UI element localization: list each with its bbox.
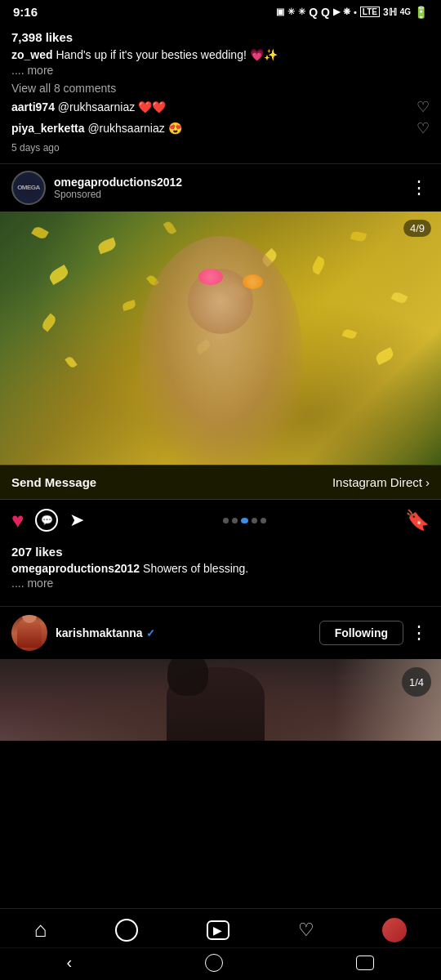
play-icon: ▶ <box>333 7 340 17</box>
network-icon: 4G <box>400 7 411 16</box>
dm-banner[interactable]: Send Message Instagram Direct › <box>0 465 441 500</box>
nav-icons-row: ⌂ ▶ ♡ <box>0 909 441 947</box>
sponsored-user-info: OMEGA omegaproductions2012 Sponsored <box>11 171 182 205</box>
post-actions-bar: ♥ 💬 ➤ 🔖 <box>0 500 441 541</box>
comment1-user[interactable]: aarti974 <box>11 100 55 114</box>
post2-caption-text: Showers of blessing. <box>143 562 248 575</box>
sponsored-more-button[interactable]: ⋮ <box>410 177 430 198</box>
nav-search-icon[interactable] <box>115 919 138 942</box>
comment1-row: aarti974 @rukhsaarniaz ❤️❤️ ♡ <box>11 98 430 116</box>
lte-icon: LTE <box>360 7 380 17</box>
like-button[interactable]: ♥ <box>11 508 24 533</box>
brightness-icon: ✳ <box>287 7 295 17</box>
post3-more-button[interactable]: ⋮ <box>410 622 430 644</box>
send-message-label[interactable]: Send Message <box>11 475 96 489</box>
comment2-user[interactable]: piya_kerketta <box>11 122 85 135</box>
chevron-right-icon: › <box>425 475 430 489</box>
comment2-like-icon[interactable]: ♡ <box>416 119 430 137</box>
post3-actions-right: Following ⋮ <box>319 621 430 645</box>
nav-home-icon[interactable]: ⌂ <box>34 917 47 942</box>
nav-square-icon[interactable] <box>356 956 374 970</box>
status-time: 9:16 <box>13 5 38 19</box>
verified-badge-icon: ✓ <box>146 627 155 639</box>
signal-icon: ✳ <box>298 7 305 17</box>
post3-username-block: karishmaktanna ✓ <box>56 626 155 639</box>
post1-timestamp: 5 days ago <box>11 142 430 154</box>
dot-icon: • <box>354 7 357 17</box>
search-icon-status: Q <box>309 6 318 19</box>
dot-1 <box>223 518 229 523</box>
sponsored-post-header: OMEGA omegaproductions2012 Sponsored ⋮ <box>0 164 441 212</box>
sponsored-username-block: omegaproductions2012 Sponsored <box>54 176 182 200</box>
instagram-direct-label[interactable]: Instagram Direct › <box>332 475 430 489</box>
dot-5 <box>261 518 266 523</box>
figure-head <box>167 659 208 696</box>
search-icon2-status: Q <box>321 6 330 19</box>
bookmark-button[interactable]: 🔖 <box>405 509 430 532</box>
dot-3-active <box>241 518 248 523</box>
status-bar: 9:16 ▣ ✳ ✳ Q Q ▶ ❋ • LTE 3ℍ 4G 🔋 <box>0 0 441 24</box>
view-comments-link[interactable]: View all 8 comments <box>11 82 430 95</box>
post2-more[interactable]: .... more <box>11 577 430 590</box>
nav-profile-avatar[interactable] <box>382 918 407 942</box>
instagram-direct-text: Instagram Direct <box>332 475 422 489</box>
karishma-avatar-inner <box>11 615 47 651</box>
nav-gesture-bar: ‹ <box>0 947 441 980</box>
image-counter: 4/9 <box>403 220 431 237</box>
post1-meta: 7,398 likes zo_wed Hand's up if it's you… <box>0 24 441 163</box>
post3-image: 1/4 <box>0 659 441 741</box>
post1-more[interactable]: .... more <box>11 64 430 77</box>
status-icons: ▣ ✳ ✳ Q Q ▶ ❋ • LTE 3ℍ 4G 🔋 <box>276 6 428 19</box>
post3-user-left: karishmaktanna ✓ <box>11 615 155 651</box>
dot-2 <box>232 518 238 523</box>
post3-image-counter: 1/4 <box>402 667 431 697</box>
comment1-body: @rukhsaarniaz ❤️❤️ <box>58 100 166 114</box>
sponsored-label: Sponsored <box>54 189 182 200</box>
bottom-nav: ⌂ ▶ ♡ ‹ <box>0 908 441 980</box>
post1-likes: 7,398 likes <box>11 30 430 44</box>
carousel-dots <box>223 518 266 523</box>
comment1-text: aarti974 @rukhsaarniaz ❤️❤️ <box>11 100 166 114</box>
comment-button[interactable]: 💬 <box>35 509 58 532</box>
post1-caption-text: Hand's up if it's your besties wedding! … <box>56 48 277 61</box>
post3-header: karishmaktanna ✓ Following ⋮ <box>0 607 441 659</box>
post1-caption: zo_wed Hand's up if it's your besties we… <box>11 47 430 64</box>
battery-full-icon: 🔋 <box>414 6 428 19</box>
nav-reels-icon[interactable]: ▶ <box>207 920 229 940</box>
flower2 <box>243 274 263 289</box>
spacer1 <box>0 596 441 606</box>
post2-meta: 207 likes omegaproductions2012 Showers o… <box>0 541 441 597</box>
battery-icon: ▣ <box>276 7 284 17</box>
post2-likes: 207 likes <box>11 545 430 559</box>
flower1 <box>198 269 223 285</box>
sponsored-avatar[interactable]: OMEGA <box>11 171 46 205</box>
post3-username[interactable]: karishmaktanna ✓ <box>56 626 155 639</box>
actions-left-group: ♥ 💬 ➤ <box>11 508 84 533</box>
comment2-body: @rukhsaarniaz 😍 <box>87 122 181 135</box>
nav-heart-icon[interactable]: ♡ <box>298 920 314 941</box>
comment2-row: piya_kerketta @rukhsaarniaz 😍 ♡ <box>11 119 430 137</box>
nav-home-gesture-icon[interactable] <box>205 954 223 972</box>
nav-back-icon[interactable]: ‹ <box>67 953 73 972</box>
post2-caption-user[interactable]: omegaproductions2012 <box>11 562 140 575</box>
bars-icon: 3ℍ <box>383 7 397 18</box>
omega-text: OMEGA <box>17 184 40 191</box>
share-button[interactable]: ➤ <box>69 510 84 531</box>
comment1-like-icon[interactable]: ♡ <box>416 98 430 116</box>
sponsored-username[interactable]: omegaproductions2012 <box>54 176 182 189</box>
post3-username-text: karishmaktanna <box>56 626 143 639</box>
post2-caption: omegaproductions2012 Showers of blessing… <box>11 561 430 577</box>
post1-caption-user: zo_wed <box>11 48 53 61</box>
dot-4 <box>252 518 257 523</box>
bottom-spacer <box>0 741 441 839</box>
sponsored-post-image: 4/9 <box>0 212 441 465</box>
following-button[interactable]: Following <box>319 621 403 645</box>
karishma-avatar[interactable] <box>11 615 47 651</box>
snapchat-icon: ❋ <box>343 7 350 17</box>
comment2-text: piya_kerketta @rukhsaarniaz 😍 <box>11 122 182 135</box>
